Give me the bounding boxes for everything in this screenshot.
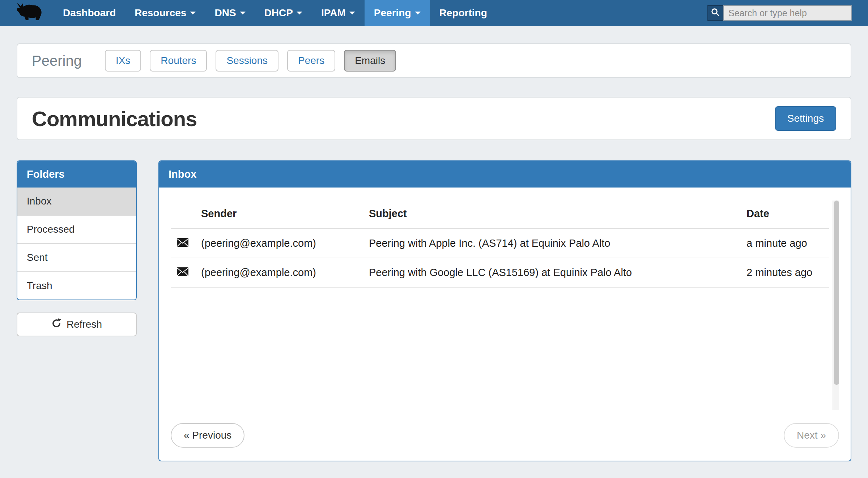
routers-button[interactable]: Routers [150,50,207,72]
inbox-panel-heading: Inbox [159,161,851,188]
search-icon [711,7,720,20]
email-sender: (peering@example.com) [195,258,363,287]
nav-item-resources[interactable]: Resources [125,0,205,26]
chevron-down-icon [297,12,302,14]
inbox-body: Sender Subject Date [159,188,851,461]
brand-logo[interactable] [0,0,54,26]
icon-column-header [171,199,195,229]
folder-item-sent[interactable]: Sent [17,243,136,271]
email-date: 2 minutes ago [741,258,829,287]
email-date: a minute ago [741,229,829,258]
peers-button[interactable]: Peers [287,50,335,72]
main-nav: Dashboard Resources DNS DHCP IPAM Peerin… [54,0,497,26]
pagination: « Previous Next » [171,423,839,448]
toolbar-title: Peering [32,53,82,69]
email-row[interactable]: (peering@example.com) Peering with Googl… [171,258,829,287]
email-row[interactable]: (peering@example.com) Peering with Apple… [171,229,829,258]
rhino-logo-icon [14,1,43,25]
nav-label: DHCP [264,7,293,19]
previous-page-button[interactable]: « Previous [171,423,244,448]
chevron-down-icon [190,12,196,14]
email-table-header-row: Sender Subject Date [171,199,829,229]
top-navbar: Dashboard Resources DNS DHCP IPAM Peerin… [0,0,868,26]
refresh-button[interactable]: Refresh [17,313,137,336]
chevron-down-icon [349,12,355,14]
refresh-icon [51,318,61,331]
nav-item-reporting[interactable]: Reporting [430,0,497,26]
email-sender: (peering@example.com) [195,229,363,258]
nav-item-dhcp[interactable]: DHCP [255,0,312,26]
envelope-icon [176,267,189,279]
nav-label: IPAM [321,7,346,19]
folders-panel: Folders Inbox Processed Sent Trash [17,160,137,300]
navbar-search [707,0,868,26]
peering-toolbar: Peering IXs Routers Sessions Peers Email… [17,43,851,78]
chevron-down-icon [240,12,246,14]
sessions-button[interactable]: Sessions [216,50,278,72]
settings-button[interactable]: Settings [775,106,836,131]
nav-label: Dashboard [63,7,116,19]
toolbar-buttons: IXs Routers Sessions Peers Emails [105,50,396,72]
search-button[interactable] [707,5,723,21]
chevron-down-icon [415,12,421,14]
page-title: Communications [32,107,197,131]
nav-item-ipam[interactable]: IPAM [312,0,365,26]
folders-panel-heading: Folders [17,161,136,188]
date-column-header: Date [741,199,829,229]
email-table-region: Sender Subject Date [171,199,839,410]
nav-label: Peering [374,7,411,19]
inbox-panel: Inbox Sender Subject Date [158,160,851,461]
sender-column-header: Sender [195,199,363,229]
folder-list: Inbox Processed Sent Trash [17,188,136,300]
nav-item-peering[interactable]: Peering [365,0,430,26]
nav-label: Resources [135,7,186,19]
search-input[interactable] [723,5,852,21]
folder-item-inbox[interactable]: Inbox [17,188,136,215]
envelope-icon [176,238,189,250]
subject-column-header: Subject [363,199,741,229]
nav-label: DNS [214,7,236,19]
nav-item-dashboard[interactable]: Dashboard [54,0,125,26]
next-page-button[interactable]: Next » [784,423,839,448]
email-subject: Peering with Google LLC (AS15169) at Equ… [363,258,741,287]
nav-label: Reporting [439,7,487,19]
ixs-button[interactable]: IXs [105,50,141,72]
emails-button[interactable]: Emails [344,50,396,72]
communications-header: Communications Settings [17,97,851,140]
table-scrollbar-thumb[interactable] [834,201,839,385]
email-subject: Peering with Apple Inc. (AS714) at Equin… [363,229,741,258]
email-table: Sender Subject Date [171,199,829,288]
nav-item-dns[interactable]: DNS [205,0,255,26]
table-scrollbar[interactable] [833,201,839,410]
folder-item-processed[interactable]: Processed [17,215,136,243]
folders-column: Folders Inbox Processed Sent Trash Refre… [17,160,137,336]
refresh-button-label: Refresh [67,319,102,330]
folder-item-trash[interactable]: Trash [17,271,136,300]
